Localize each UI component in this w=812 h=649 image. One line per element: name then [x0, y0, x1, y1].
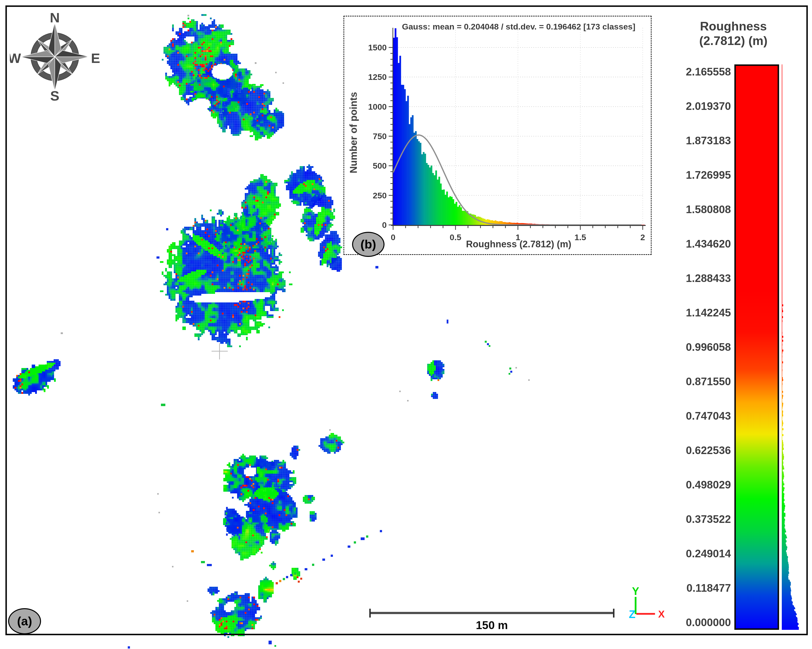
scale-bar-line — [370, 612, 614, 614]
colorbar-label: 0.996058 — [626, 341, 731, 353]
colorbar-label: 1.142245 — [626, 306, 731, 319]
compass-north-label: N — [50, 12, 60, 25]
colorbar-label: 1.434620 — [626, 238, 731, 250]
compass-south-label: S — [50, 88, 59, 102]
colorbar-label: 0.118477 — [626, 582, 731, 594]
colorbar-distribution-histogram — [782, 64, 806, 630]
scale-bar-label: 150 m — [370, 618, 614, 632]
colorbar-label: 1.288433 — [626, 272, 731, 285]
colorbar-label: 0.249014 — [626, 548, 731, 560]
figure: N S W E Gauss: mean = 0.204048 / std.dev… — [0, 0, 812, 649]
histogram-title: Gauss: mean = 0.204048 / std.dev. = 0.19… — [396, 22, 641, 31]
colorbar-title-line1: Roughness — [685, 19, 781, 34]
colorbar-label: 0.622536 — [626, 444, 731, 456]
colorbar-label: 0.000000 — [626, 616, 731, 629]
panel-label-a: (a) — [8, 608, 41, 634]
colorbar-label: 1.580808 — [626, 203, 731, 216]
compass-rose-icon: N S W E — [10, 12, 100, 102]
compass-west-label: W — [10, 51, 21, 66]
colorbar-label: 1.873183 — [626, 135, 731, 147]
colorbar-label: 0.747043 — [626, 410, 731, 422]
colorbar-label: 2.019370 — [626, 100, 731, 112]
histogram-inset: Gauss: mean = 0.204048 / std.dev. = 0.19… — [343, 16, 652, 255]
histogram-x-axis-label: Roughness (2.7812) (m) — [396, 239, 641, 249]
panel-label-b: (b) — [352, 232, 385, 257]
histogram-y-axis-label: Number of points — [348, 22, 359, 243]
colorbar-label: 0.871550 — [626, 375, 731, 388]
colorbar-title: Roughness (2.7812) (m) — [685, 19, 781, 48]
colorbar-label: 1.726995 — [626, 169, 731, 181]
colorbar-label: 0.498029 — [626, 479, 731, 491]
crosshair-horizontal — [212, 351, 228, 352]
colorbar-label: 0.373522 — [626, 513, 731, 525]
scale-bar-left-cap — [369, 609, 371, 618]
colorbar-title-line2: (2.7812) (m) — [685, 34, 781, 48]
histogram-plot — [344, 17, 651, 254]
compass-east-label: E — [91, 51, 100, 66]
colorbar-label: 2.165558 — [626, 66, 731, 78]
colorbar-gradient — [734, 64, 779, 630]
